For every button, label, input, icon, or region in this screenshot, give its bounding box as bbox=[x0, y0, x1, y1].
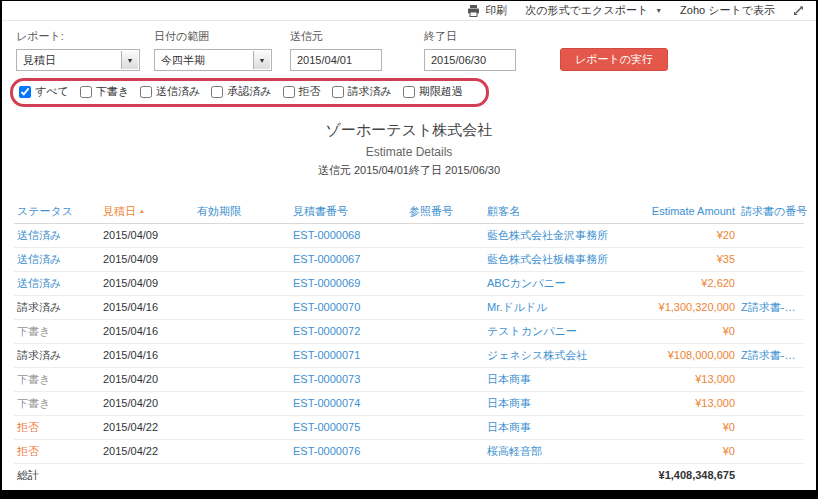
estimate-no-cell[interactable]: EST-0000070 bbox=[290, 295, 406, 319]
report-type-value: 見積日 bbox=[23, 53, 56, 68]
status-filter-item[interactable]: 送信済み bbox=[140, 84, 200, 99]
status-filter-item[interactable]: 請求済み bbox=[332, 84, 392, 99]
amount-cell: ¥108,000,000 bbox=[632, 343, 738, 367]
ref-no-cell bbox=[406, 247, 484, 271]
invoice-no-cell bbox=[738, 247, 804, 271]
highlight-annotation: すべて下書き送信済み承認済み拒否請求済み期限超過 bbox=[10, 78, 489, 107]
ref-no-cell bbox=[406, 271, 484, 295]
invoice-no-cell bbox=[738, 367, 804, 391]
estimate-no-cell[interactable]: EST-0000067 bbox=[290, 247, 406, 271]
date-cell: 2015/04/20 bbox=[100, 391, 194, 415]
column-header[interactable]: 見積日▲ bbox=[100, 200, 194, 224]
status-filter-item[interactable]: 下書き bbox=[80, 84, 129, 99]
column-header[interactable]: 顧客名 bbox=[484, 200, 632, 224]
customer-cell[interactable]: 日本商事 bbox=[484, 391, 632, 415]
status-filter-checkbox[interactable] bbox=[80, 86, 92, 98]
expiry-cell bbox=[194, 415, 290, 439]
start-date-input[interactable] bbox=[290, 49, 382, 71]
run-report-button[interactable]: レポートの実行 bbox=[560, 48, 668, 71]
estimate-no-cell[interactable]: EST-0000072 bbox=[290, 319, 406, 343]
table-row: 送信済み2015/04/09EST-0000067藍色株式会社板橋事務所¥35 bbox=[14, 247, 804, 271]
date-cell: 2015/04/16 bbox=[100, 319, 194, 343]
estimates-table: ステータス見積日▲有効期限見積書番号参照番号顧客名Estimate Amount… bbox=[14, 200, 804, 487]
estimate-no-cell[interactable]: EST-0000069 bbox=[290, 271, 406, 295]
customer-cell[interactable]: Mr.ドルドル bbox=[484, 295, 632, 319]
end-date-group: 終了日 bbox=[424, 29, 516, 71]
column-header[interactable]: Estimate Amount bbox=[632, 200, 738, 224]
invoice-no-cell bbox=[738, 223, 804, 247]
report-type-label: レポート: bbox=[16, 29, 140, 44]
table-row: 請求済み2015/04/16EST-0000070Mr.ドルドル¥1,300,3… bbox=[14, 295, 804, 319]
select-arrow-icon[interactable]: ▼ bbox=[121, 51, 138, 69]
customer-cell[interactable]: 日本商事 bbox=[484, 367, 632, 391]
status-cell: 下書き bbox=[14, 391, 100, 415]
status-filter-checkbox[interactable] bbox=[19, 86, 31, 98]
ref-no-cell bbox=[406, 295, 484, 319]
print-button[interactable]: 印刷 bbox=[467, 3, 507, 18]
estimate-no-cell[interactable]: EST-0000068 bbox=[290, 223, 406, 247]
customer-cell[interactable]: 桜高軽音部 bbox=[484, 439, 632, 463]
column-header[interactable]: 見積書番号 bbox=[290, 200, 406, 224]
expiry-cell bbox=[194, 319, 290, 343]
report-period: 送信元 2015/04/01終了日 2015/06/30 bbox=[2, 163, 816, 178]
status-filter-item[interactable]: 拒否 bbox=[283, 84, 321, 99]
amount-cell: ¥20 bbox=[632, 223, 738, 247]
screenshot-frame: 印刷 次の形式でエクスポート ▼ Zoho シートで表示 レポート: bbox=[0, 0, 818, 499]
report-type-select[interactable]: 見積日 ▼ bbox=[16, 49, 140, 71]
status-filter-item[interactable]: 承認済み bbox=[211, 84, 271, 99]
customer-cell[interactable]: ジェネシス株式会社 bbox=[484, 343, 632, 367]
date-cell: 2015/04/09 bbox=[100, 223, 194, 247]
invoice-no-cell[interactable]: Z請求書-386 bbox=[738, 343, 804, 367]
amount-cell: ¥1,300,320,000 bbox=[632, 295, 738, 319]
column-header[interactable]: 請求書の番号 bbox=[738, 200, 804, 224]
invoice-no-cell[interactable]: Z請求書-385 bbox=[738, 295, 804, 319]
customer-cell[interactable]: ABCカンパニー bbox=[484, 271, 632, 295]
amount-cell: ¥0 bbox=[632, 319, 738, 343]
status-filter-checkbox[interactable] bbox=[211, 86, 223, 98]
invoice-no-cell bbox=[738, 439, 804, 463]
expiry-cell bbox=[194, 343, 290, 367]
status-filter-checkbox[interactable] bbox=[332, 86, 344, 98]
customer-cell[interactable]: 日本商事 bbox=[484, 415, 632, 439]
status-filter-checkbox[interactable] bbox=[403, 86, 415, 98]
end-date-input[interactable] bbox=[424, 49, 516, 71]
select-arrow-icon[interactable]: ▼ bbox=[253, 51, 270, 69]
status-filter-group: すべて下書き送信済み承認済み拒否請求済み期限超過 bbox=[19, 84, 474, 100]
date-cell: 2015/04/09 bbox=[100, 271, 194, 295]
start-date-group: 送信元 bbox=[290, 29, 382, 71]
status-filter-item[interactable]: すべて bbox=[19, 84, 69, 99]
estimate-no-cell[interactable]: EST-0000073 bbox=[290, 367, 406, 391]
date-cell: 2015/04/22 bbox=[100, 415, 194, 439]
table-row: 請求済み2015/04/16EST-0000071ジェネシス株式会社¥108,0… bbox=[14, 343, 804, 367]
status-cell: 請求済み bbox=[14, 295, 100, 319]
estimate-no-cell[interactable]: EST-0000075 bbox=[290, 415, 406, 439]
printer-icon bbox=[467, 5, 480, 17]
date-range-group: 日付の範囲 今四半期 ▼ bbox=[154, 29, 272, 71]
status-filter-checkbox[interactable] bbox=[283, 86, 295, 98]
customer-cell[interactable]: テストカンパニー bbox=[484, 319, 632, 343]
amount-cell: ¥35 bbox=[632, 247, 738, 271]
customer-cell[interactable]: 藍色株式会社金沢事務所 bbox=[484, 223, 632, 247]
status-filter-label: すべて bbox=[35, 84, 69, 99]
estimate-no-cell[interactable]: EST-0000071 bbox=[290, 343, 406, 367]
invoice-no-cell bbox=[738, 415, 804, 439]
column-header[interactable]: ステータス bbox=[14, 200, 100, 224]
status-filter-item[interactable]: 期限超過 bbox=[403, 84, 463, 99]
zoho-sheet-button[interactable]: Zoho シートで表示 bbox=[680, 3, 775, 18]
fullscreen-toggle-button[interactable] bbox=[793, 5, 804, 16]
customer-cell[interactable]: 藍色株式会社板橋事務所 bbox=[484, 247, 632, 271]
export-menu-button[interactable]: 次の形式でエクスポート ▼ bbox=[525, 3, 662, 18]
top-toolbar: 印刷 次の形式でエクスポート ▼ Zoho シートで表示 bbox=[2, 1, 816, 21]
status-filter-checkbox[interactable] bbox=[140, 86, 152, 98]
column-header[interactable]: 有効期限 bbox=[194, 200, 290, 224]
estimate-no-cell[interactable]: EST-0000076 bbox=[290, 439, 406, 463]
estimate-no-cell[interactable]: EST-0000074 bbox=[290, 391, 406, 415]
expiry-cell bbox=[194, 367, 290, 391]
filter-bar: レポート: 見積日 ▼ 日付の範囲 今四半期 ▼ 送信元 終了日 bbox=[2, 21, 816, 71]
status-filter-label: 請求済み bbox=[348, 84, 392, 99]
column-header[interactable]: 参照番号 bbox=[406, 200, 484, 224]
status-cell: 送信済み bbox=[14, 223, 100, 247]
report-type-group: レポート: 見積日 ▼ bbox=[16, 29, 140, 71]
date-range-select[interactable]: 今四半期 ▼ bbox=[154, 49, 272, 71]
amount-cell: ¥13,000 bbox=[632, 391, 738, 415]
